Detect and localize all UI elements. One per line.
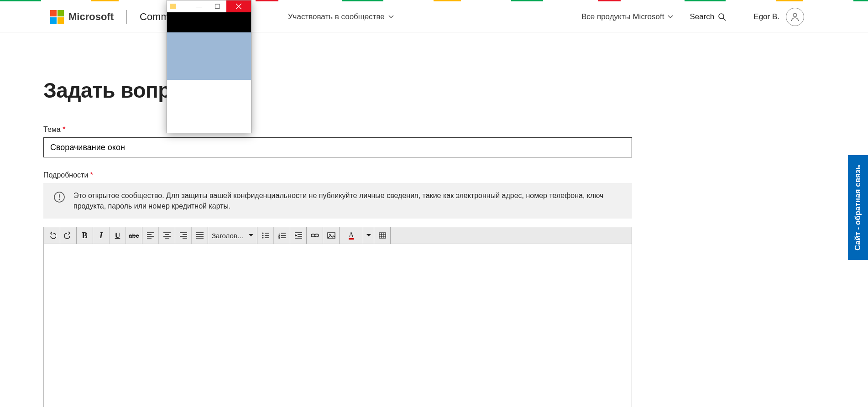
subject-label: Тема * (43, 125, 634, 134)
link-button[interactable] (307, 227, 323, 244)
nav-all-products[interactable]: Все продукты Microsoft (581, 12, 674, 21)
font-color-dropdown[interactable] (363, 227, 374, 244)
table-button[interactable] (374, 227, 391, 244)
close-icon (235, 3, 242, 10)
chevron-down-icon (388, 14, 394, 20)
details-label-text: Подробности (43, 171, 88, 179)
nav-all-products-label: Все продукты Microsoft (581, 12, 664, 21)
dropdown-icon (366, 234, 371, 237)
heading-label: Заголов… (212, 232, 244, 240)
svg-point-7 (262, 235, 263, 236)
privacy-notice-text: Это открытое сообщество. Для защиты ваше… (73, 190, 622, 211)
details-label: Подробности * (43, 171, 634, 179)
align-right-icon (180, 232, 187, 239)
floating-window[interactable]: — ☐ (167, 0, 251, 133)
redo-icon (64, 231, 73, 240)
link-icon (311, 233, 319, 238)
page-title: Задать вопро (43, 78, 634, 103)
person-icon (790, 12, 800, 22)
undo-button[interactable] (44, 227, 60, 244)
folder-icon (170, 4, 176, 9)
main-content: Задать вопро Тема * Подробности * Это от… (0, 32, 685, 407)
required-mark: * (63, 125, 65, 133)
align-left-button[interactable] (142, 227, 159, 244)
dropdown-icon (249, 234, 253, 237)
subject-input[interactable] (43, 137, 632, 157)
feedback-tab-label: Сайт - обратная связь (853, 165, 863, 250)
nav-participate-label: Участвовать в сообществе (288, 12, 385, 21)
indent-icon (295, 232, 302, 239)
svg-point-0 (719, 14, 724, 19)
maximize-glyph: ☐ (214, 3, 220, 10)
bold-button[interactable]: B (77, 227, 93, 244)
search-icon (718, 13, 726, 21)
feedback-tab[interactable]: Сайт - обратная связь (848, 155, 868, 260)
minimize-glyph: — (196, 3, 202, 10)
undo-icon (48, 231, 56, 240)
svg-rect-13 (315, 234, 319, 237)
svg-point-15 (329, 234, 330, 235)
font-color-a: A (349, 232, 354, 240)
font-color-button[interactable]: A (340, 227, 363, 244)
community-link[interactable]: Comm (140, 11, 169, 23)
redo-button[interactable] (60, 227, 77, 244)
window-minimize-button[interactable]: — (190, 0, 208, 12)
required-mark: * (90, 171, 93, 179)
svg-rect-16 (379, 233, 386, 238)
bullet-list-icon (262, 232, 269, 239)
microsoft-logo-icon (50, 10, 64, 24)
window-selection-area[interactable] (167, 32, 251, 80)
bullet-list-button[interactable] (257, 227, 274, 244)
privacy-notice: Это открытое сообщество. Для защиты ваше… (43, 183, 632, 219)
site-header: Microsoft Comm Участвовать в сообществе … (0, 1, 868, 32)
window-titlebar[interactable]: — ☐ (167, 0, 251, 12)
svg-point-8 (262, 237, 263, 239)
strike-button[interactable]: abc (126, 227, 142, 244)
justify-icon (196, 232, 204, 239)
editor-toolbar: B I U abc Заголов… 123 A (43, 227, 632, 244)
underline-button[interactable]: U (110, 227, 126, 244)
svg-point-6 (262, 233, 263, 234)
brand-text: Microsoft (68, 11, 114, 23)
chevron-down-icon (668, 14, 673, 20)
number-list-button[interactable]: 123 (274, 227, 290, 244)
image-icon (327, 232, 335, 239)
nav-participate[interactable]: Участвовать в сообществе (288, 12, 394, 21)
info-icon (53, 191, 65, 203)
window-close-button[interactable] (226, 0, 251, 12)
window-maximize-button[interactable]: ☐ (208, 0, 226, 12)
details-editor[interactable] (43, 244, 632, 407)
svg-point-2 (793, 13, 797, 17)
table-icon (379, 232, 386, 239)
align-left-icon (147, 232, 154, 239)
svg-point-5 (59, 199, 60, 200)
user-menu[interactable]: Egor B. (753, 8, 804, 26)
number-list-icon: 123 (278, 232, 286, 239)
align-right-button[interactable] (175, 227, 192, 244)
user-name: Egor B. (753, 12, 779, 21)
search-label: Search (690, 12, 714, 21)
avatar[interactable] (786, 8, 804, 26)
heading-dropdown[interactable]: Заголов… (208, 227, 257, 244)
svg-line-1 (723, 18, 726, 21)
search-button[interactable]: Search (690, 12, 726, 21)
justify-button[interactable] (192, 227, 208, 244)
header-divider (126, 10, 127, 24)
microsoft-logo[interactable]: Microsoft (50, 10, 114, 24)
svg-rect-12 (311, 234, 315, 237)
italic-button[interactable]: I (93, 227, 110, 244)
subject-label-text: Тема (43, 125, 61, 133)
svg-text:3: 3 (278, 237, 280, 239)
align-center-icon (163, 232, 171, 239)
window-ribbon (167, 12, 251, 32)
indent-button[interactable] (290, 227, 307, 244)
image-button[interactable] (323, 227, 340, 244)
align-center-button[interactable] (159, 227, 175, 244)
